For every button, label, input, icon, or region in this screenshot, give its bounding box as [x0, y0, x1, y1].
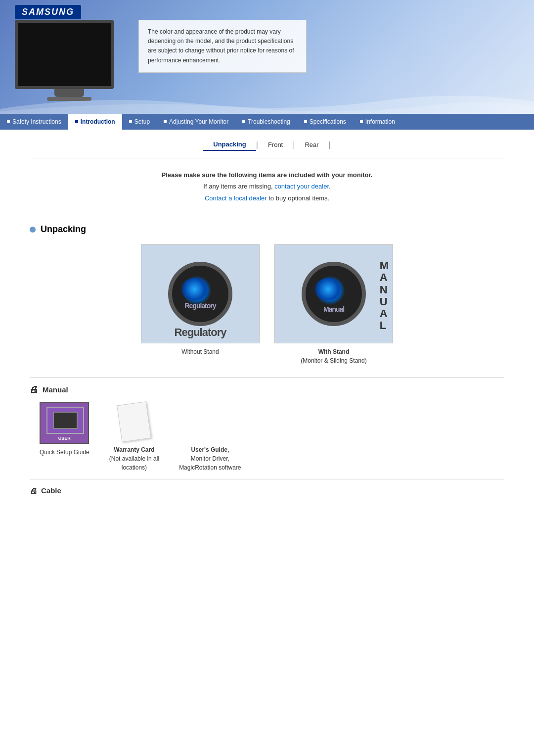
unpacking-heading-label: Unpacking	[41, 224, 86, 235]
with-stand-doc-image: Manual	[275, 245, 393, 343]
with-stand-caption-line2: (Monitor & Sliding Stand)	[301, 357, 366, 364]
nav-introduction[interactable]: Introduction	[68, 114, 122, 130]
nav-information[interactable]: Information	[353, 114, 402, 130]
nav-troubleshooting[interactable]: Troubleshooting	[235, 114, 297, 130]
nav-troubleshooting-bullet	[242, 120, 245, 123]
nav-adjusting[interactable]: Adjusting Your Monitor	[157, 114, 235, 130]
warranty-card-caption: Warranty Card (Not available in all loca…	[109, 445, 159, 472]
with-stand-inner: Manual	[302, 262, 366, 326]
regulatory-doc-image: Regulatory Regulatory	[141, 245, 259, 343]
stand-side-text: MANUAL	[380, 260, 389, 331]
divider-top	[30, 158, 504, 158]
quick-setup-image: USER	[40, 402, 89, 444]
banner-text-box: The color and appearance of the product …	[138, 20, 307, 73]
nav-adjusting-bullet	[164, 120, 167, 123]
with-stand-image: Manual MANUAL	[274, 244, 393, 343]
manual-section: 🖨 Manual USER Quick Setup Guide Warranty…	[0, 379, 534, 477]
nav-information-bullet	[360, 120, 363, 123]
contact-dealer-link[interactable]: contact your dealer	[274, 183, 329, 190]
warranty-card-item: Warranty Card (Not available in all loca…	[109, 402, 159, 472]
users-guide-item: User's Guide, Monitor Driver, MagicRotat…	[179, 402, 241, 472]
without-stand-item: Regulatory Regulatory Without Stand	[141, 244, 260, 365]
intro-line2-prefix: If any items are missing,	[203, 183, 274, 190]
cable-icon: 🖨	[30, 486, 37, 495]
manual-items-grid: USER Quick Setup Guide Warranty Card (No…	[30, 402, 504, 472]
without-stand-image: Regulatory Regulatory	[141, 244, 260, 343]
intro-line1: Please make sure the following items are…	[162, 171, 373, 179]
warranty-card-caption-line2: (Not available in all	[109, 455, 159, 462]
intro-line2-suffix: .	[329, 183, 331, 190]
divider-mid	[30, 213, 504, 213]
sub-nav-rear[interactable]: Rear	[295, 139, 328, 150]
users-guide-caption-line1: User's Guide,	[191, 446, 229, 453]
banner-text: The color and appearance of the product …	[148, 28, 294, 64]
warranty-card-caption-line3: locations)	[122, 464, 147, 471]
users-guide-image	[190, 402, 230, 441]
local-dealer-link[interactable]: Contact a local dealer	[205, 194, 267, 202]
banner: SAMSUNG The color and appearance of the …	[0, 0, 534, 114]
users-guide-caption-line2: Monitor Driver,	[191, 455, 229, 462]
unpacking-image-grid: Regulatory Regulatory Without Stand Manu…	[0, 239, 534, 375]
manual-heading-label: Manual	[43, 385, 68, 394]
intro-line3-suffix: to buy optional items.	[267, 194, 329, 202]
nav-safety-bullet	[7, 120, 10, 123]
divider-after-manual	[30, 479, 504, 479]
manual-heading: 🖨 Manual	[30, 384, 504, 395]
reg-doc-text: Regulatory	[141, 326, 259, 339]
unpacking-dot-icon	[30, 227, 36, 233]
quick-setup-item: USER Quick Setup Guide	[40, 402, 89, 457]
warranty-card-caption-line1: Warranty Card	[114, 446, 154, 453]
sub-nav-unpacking[interactable]: Unpacking	[203, 139, 256, 151]
nav-specifications[interactable]: Specifications	[297, 114, 353, 130]
sub-nav: Unpacking | Front | Rear |	[0, 130, 534, 156]
sub-nav-sep-3: |	[329, 141, 331, 149]
samsung-logo: SAMSUNG	[15, 5, 81, 19]
with-stand-caption: With Stand (Monitor & Sliding Stand)	[301, 347, 366, 365]
cable-heading-label: Cable	[41, 486, 61, 495]
divider-after-unpacking	[30, 377, 504, 378]
intro-section: Please make sure the following items are…	[0, 160, 534, 211]
manual-icon: 🖨	[30, 384, 39, 395]
warranty-card-image	[117, 402, 151, 441]
nav-specifications-bullet	[304, 120, 307, 123]
main-nav: Safety Instructions Introduction Setup A…	[0, 114, 534, 130]
unpacking-heading: Unpacking	[0, 215, 534, 239]
banner-wave	[0, 89, 534, 114]
cable-section: 🖨 Cable	[0, 481, 534, 500]
users-guide-caption-line3: MagicRotation software	[179, 464, 241, 471]
quick-setup-caption: Quick Setup Guide	[40, 448, 89, 457]
with-stand-caption-line1: With Stand	[318, 348, 350, 355]
without-stand-caption: Without Stand	[181, 347, 219, 356]
reg-doc-inner: Regulatory	[168, 262, 232, 326]
with-stand-item: Manual MANUAL With Stand (Monitor & Slid…	[274, 244, 393, 365]
nav-introduction-bullet	[75, 120, 78, 123]
nav-setup[interactable]: Setup	[122, 114, 157, 130]
sub-nav-front[interactable]: Front	[258, 139, 293, 150]
users-guide-caption: User's Guide, Monitor Driver, MagicRotat…	[179, 445, 241, 472]
monitor-image	[15, 20, 124, 99]
nav-setup-bullet	[129, 120, 132, 123]
nav-safety[interactable]: Safety Instructions	[0, 114, 68, 130]
